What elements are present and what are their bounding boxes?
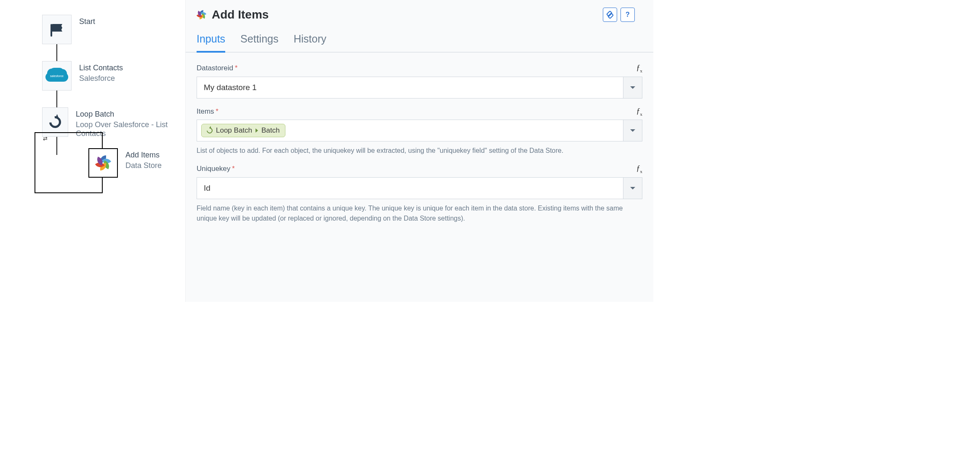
node-list-contacts[interactable]: salesforce List Contacts Salesforce xyxy=(42,61,123,91)
tabs: Inputs Settings History xyxy=(186,22,653,53)
node-title: Loop Batch xyxy=(76,110,185,119)
link-button[interactable] xyxy=(603,8,617,22)
required-marker: * xyxy=(232,165,234,173)
salesforce-icon: salesforce xyxy=(48,70,65,82)
node-icon-box[interactable] xyxy=(42,15,72,44)
node-title: List Contacts xyxy=(79,64,123,72)
chevron-down-icon xyxy=(630,187,635,189)
field-datastoreid: Datastoreid * ƒx My datastore 1 xyxy=(197,64,642,99)
loop-icon xyxy=(47,114,63,130)
datastoreid-input[interactable]: My datastore 1 xyxy=(197,77,623,99)
node-title: Start xyxy=(79,17,95,26)
node-add-items[interactable]: Add Items Data Store xyxy=(88,148,162,178)
node-subtitle: Salesforce xyxy=(79,74,123,83)
node-icon-box[interactable]: salesforce xyxy=(42,61,72,91)
tab-settings[interactable]: Settings xyxy=(240,33,278,53)
node-start[interactable]: Start xyxy=(42,15,95,44)
uniquekey-input[interactable]: Id xyxy=(197,177,623,199)
tab-history[interactable]: History xyxy=(293,33,326,53)
required-marker: * xyxy=(235,64,237,72)
panel-title: Add Items xyxy=(212,8,269,21)
connector xyxy=(56,43,57,62)
dropdown-toggle[interactable] xyxy=(623,77,642,99)
chevron-down-icon xyxy=(630,129,635,132)
workflow-canvas[interactable]: Start salesforce List Contacts Salesforc… xyxy=(0,0,185,302)
node-icon-box[interactable] xyxy=(88,148,118,178)
field-label: Datastoreid xyxy=(197,64,233,72)
node-title: Add Items xyxy=(125,151,162,160)
loop-icon xyxy=(205,126,214,135)
reference-pill[interactable]: Loop Batch Batch xyxy=(201,124,285,137)
node-subtitle: Data Store xyxy=(125,161,162,170)
dropdown-toggle[interactable] xyxy=(623,177,642,199)
items-input[interactable]: Loop Batch Batch xyxy=(197,120,623,141)
field-uniquekey: Uniquekey * ƒx Id Field name (key in eac… xyxy=(197,164,642,224)
field-help: Field name (key in each item) that conta… xyxy=(197,203,642,224)
flag-icon xyxy=(51,24,63,35)
tab-inputs[interactable]: Inputs xyxy=(197,33,225,53)
field-help: List of objects to add. For each object,… xyxy=(197,146,642,156)
chevron-down-icon xyxy=(630,86,635,89)
field-items: Items * ƒx Loop Batch Batch List of obje… xyxy=(197,107,642,156)
field-label: Items xyxy=(197,107,214,116)
link-icon xyxy=(607,11,613,18)
fx-button[interactable]: ƒx xyxy=(636,107,643,117)
field-label: Uniquekey xyxy=(197,165,230,173)
caret-right-icon xyxy=(256,128,258,133)
fx-button[interactable]: ƒx xyxy=(636,164,643,174)
required-marker: * xyxy=(216,108,218,115)
panel-header: Add Items ? xyxy=(186,8,653,22)
help-button[interactable]: ? xyxy=(620,8,635,22)
pill-source: Loop Batch xyxy=(216,126,252,135)
repeat-icon: ⇄ xyxy=(43,136,48,142)
form-inputs: Datastoreid * ƒx My datastore 1 Items * … xyxy=(186,53,653,224)
datastore-icon xyxy=(96,155,111,171)
properties-panel: Add Items ? Inputs Settings History Data… xyxy=(185,0,653,302)
fx-button[interactable]: ƒx xyxy=(636,64,643,73)
dropdown-toggle[interactable] xyxy=(623,120,642,141)
connector xyxy=(56,90,57,109)
pill-value: Batch xyxy=(261,126,280,135)
datastore-icon xyxy=(197,10,206,19)
